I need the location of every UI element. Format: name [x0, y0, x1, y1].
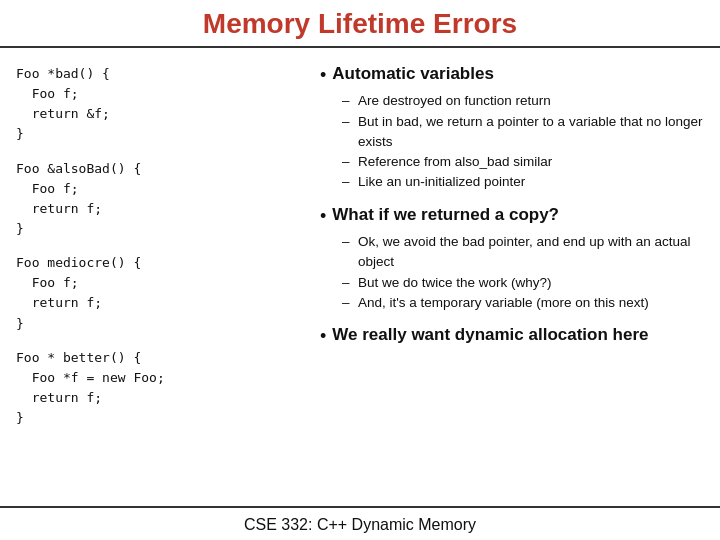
- sub-bullets-1: Are destroyed on function return But in …: [342, 91, 704, 192]
- sub-bullet-2-1: Ok, we avoid the bad pointer, and end up…: [342, 232, 704, 273]
- page: Memory Lifetime Errors Foo *bad() { Foo …: [0, 0, 720, 540]
- footer: CSE 332: C++ Dynamic Memory: [0, 506, 720, 540]
- bullet-main-1: • Automatic variables: [320, 64, 704, 87]
- code-block-4: Foo * better() { Foo *f = new Foo; retur…: [16, 348, 300, 429]
- code-block-3: Foo mediocre() { Foo f; return f; }: [16, 253, 300, 334]
- code-text-2: Foo &alsoBad() { Foo f; return f; }: [16, 159, 300, 240]
- bullet-main-2: • What if we returned a copy?: [320, 205, 704, 228]
- bullets-panel: • Automatic variables Are destroyed on f…: [310, 58, 720, 496]
- main-content: Foo *bad() { Foo f; return &f; } Foo &al…: [0, 48, 720, 506]
- section-copy: • What if we returned a copy? Ok, we avo…: [320, 205, 704, 313]
- sub-bullet-1-4: Like an un-initialized pointer: [342, 172, 704, 192]
- sub-bullet-1-1: Are destroyed on function return: [342, 91, 704, 111]
- footer-label: CSE 332: C++ Dynamic Memory: [244, 516, 476, 533]
- bullet-main-label-2: What if we returned a copy?: [332, 205, 559, 225]
- bullet-main-label-1: Automatic variables: [332, 64, 494, 84]
- sub-bullet-1-3: Reference from also_bad similar: [342, 152, 704, 172]
- code-text-4: Foo * better() { Foo *f = new Foo; retur…: [16, 348, 300, 429]
- bullet-dot-3: •: [320, 325, 326, 348]
- sub-bullet-1-2: But in bad, we return a pointer to a var…: [342, 112, 704, 153]
- code-block-1: Foo *bad() { Foo f; return &f; }: [16, 64, 300, 145]
- bullet-dot-2: •: [320, 205, 326, 228]
- code-text-3: Foo mediocre() { Foo f; return f; }: [16, 253, 300, 334]
- section-dynamic: • We really want dynamic allocation here: [320, 325, 704, 352]
- bullet-main-3: • We really want dynamic allocation here: [320, 325, 704, 348]
- section-automatic-variables: • Automatic variables Are destroyed on f…: [320, 64, 704, 193]
- code-panel: Foo *bad() { Foo f; return &f; } Foo &al…: [0, 58, 310, 496]
- sub-bullets-2: Ok, we avoid the bad pointer, and end up…: [342, 232, 704, 313]
- code-text-1: Foo *bad() { Foo f; return &f; }: [16, 64, 300, 145]
- bullet-main-label-3: We really want dynamic allocation here: [332, 325, 648, 345]
- sub-bullet-2-3: And, it's a temporary variable (more on …: [342, 293, 704, 313]
- header: Memory Lifetime Errors: [0, 0, 720, 48]
- code-block-2: Foo &alsoBad() { Foo f; return f; }: [16, 159, 300, 240]
- sub-bullet-2-2: But we do twice the work (why?): [342, 273, 704, 293]
- bullet-dot-1: •: [320, 64, 326, 87]
- page-title: Memory Lifetime Errors: [0, 8, 720, 40]
